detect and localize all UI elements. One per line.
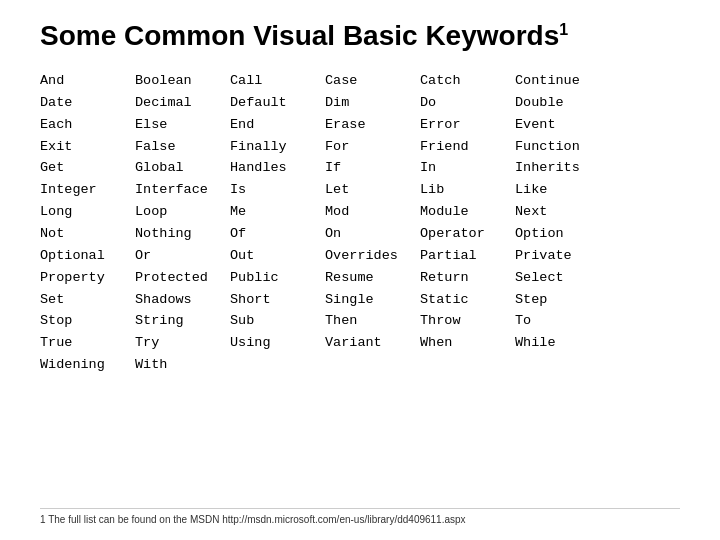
- keyword-item: Let: [325, 179, 420, 201]
- keyword-item: On: [325, 223, 420, 245]
- keyword-item: Error: [420, 114, 515, 136]
- keyword-item: Loop: [135, 201, 230, 223]
- keyword-item: Resume: [325, 267, 420, 289]
- keyword-item: Throw: [420, 310, 515, 332]
- keyword-item: Default: [230, 92, 325, 114]
- keyword-item: Optional: [40, 245, 135, 267]
- title-superscript: 1: [559, 21, 568, 38]
- keyword-item: Handles: [230, 157, 325, 179]
- keyword-item: Mod: [325, 201, 420, 223]
- keyword-column-4: CaseDimEraseForIfLetModOnOverridesResume…: [325, 70, 420, 498]
- keyword-item: False: [135, 136, 230, 158]
- keyword-item: Static: [420, 289, 515, 311]
- keyword-item: Of: [230, 223, 325, 245]
- keyword-item: Boolean: [135, 70, 230, 92]
- keyword-item: Property: [40, 267, 135, 289]
- keyword-item: Stop: [40, 310, 135, 332]
- keyword-item: In: [420, 157, 515, 179]
- keyword-item: String: [135, 310, 230, 332]
- keyword-item: Operator: [420, 223, 515, 245]
- keyword-item: True: [40, 332, 135, 354]
- keyword-item: Case: [325, 70, 420, 92]
- keyword-item: Catch: [420, 70, 515, 92]
- keyword-column-5: CatchDoErrorFriendInLibModuleOperatorPar…: [420, 70, 515, 498]
- keyword-item: To: [515, 310, 610, 332]
- keyword-item: Inherits: [515, 157, 610, 179]
- keyword-item: Widening: [40, 354, 135, 376]
- keyword-item: Using: [230, 332, 325, 354]
- keyword-item: Function: [515, 136, 610, 158]
- keyword-item: Each: [40, 114, 135, 136]
- keyword-item: Short: [230, 289, 325, 311]
- keyword-item: Protected: [135, 267, 230, 289]
- footer-note: 1 The full list can be found on the MSDN…: [40, 508, 680, 525]
- keyword-item: Call: [230, 70, 325, 92]
- keyword-item: Private: [515, 245, 610, 267]
- page: Some Common Visual Basic Keywords1 AndDa…: [0, 0, 720, 540]
- keyword-item: Single: [325, 289, 420, 311]
- keyword-item: Out: [230, 245, 325, 267]
- keyword-item: Not: [40, 223, 135, 245]
- keyword-item: Like: [515, 179, 610, 201]
- keyword-column-1: AndDateEachExitGetIntegerLongNotOptional…: [40, 70, 135, 498]
- keyword-item: Public: [230, 267, 325, 289]
- keyword-item: Or: [135, 245, 230, 267]
- keyword-item: While: [515, 332, 610, 354]
- keyword-item: Next: [515, 201, 610, 223]
- keywords-table: AndDateEachExitGetIntegerLongNotOptional…: [40, 70, 680, 498]
- keyword-column-2: BooleanDecimalElseFalseGlobalInterfaceLo…: [135, 70, 230, 498]
- keyword-item: Integer: [40, 179, 135, 201]
- keyword-item: Double: [515, 92, 610, 114]
- keyword-item: Overrides: [325, 245, 420, 267]
- keyword-item: Sub: [230, 310, 325, 332]
- keyword-item: Exit: [40, 136, 135, 158]
- keyword-item: Set: [40, 289, 135, 311]
- keyword-item: Do: [420, 92, 515, 114]
- keyword-item: Decimal: [135, 92, 230, 114]
- keyword-item: For: [325, 136, 420, 158]
- keyword-item: Global: [135, 157, 230, 179]
- keyword-item: Continue: [515, 70, 610, 92]
- keyword-item: And: [40, 70, 135, 92]
- keyword-item: Long: [40, 201, 135, 223]
- keyword-item: Select: [515, 267, 610, 289]
- keyword-item: Nothing: [135, 223, 230, 245]
- keyword-column-6: ContinueDoubleEventFunctionInheritsLikeN…: [515, 70, 610, 498]
- keyword-item: Partial: [420, 245, 515, 267]
- keyword-item: Step: [515, 289, 610, 311]
- keyword-item: Finally: [230, 136, 325, 158]
- keyword-item: Variant: [325, 332, 420, 354]
- keyword-item: Get: [40, 157, 135, 179]
- keyword-item: Date: [40, 92, 135, 114]
- keyword-item: Return: [420, 267, 515, 289]
- keyword-item: Me: [230, 201, 325, 223]
- keyword-item: Erase: [325, 114, 420, 136]
- keyword-item: Interface: [135, 179, 230, 201]
- keyword-item: With: [135, 354, 230, 376]
- keyword-item: Else: [135, 114, 230, 136]
- page-title: Some Common Visual Basic Keywords1: [40, 20, 680, 52]
- keyword-column-3: CallDefaultEndFinallyHandlesIsMeOfOutPub…: [230, 70, 325, 498]
- keyword-item: Try: [135, 332, 230, 354]
- keyword-item: Event: [515, 114, 610, 136]
- keyword-item: When: [420, 332, 515, 354]
- keyword-item: Shadows: [135, 289, 230, 311]
- keyword-item: End: [230, 114, 325, 136]
- keyword-item: Dim: [325, 92, 420, 114]
- title-text: Some Common Visual Basic Keywords: [40, 20, 559, 51]
- keyword-item: Module: [420, 201, 515, 223]
- keyword-item: Is: [230, 179, 325, 201]
- keyword-item: Lib: [420, 179, 515, 201]
- keyword-item: If: [325, 157, 420, 179]
- keyword-item: Then: [325, 310, 420, 332]
- keyword-item: Friend: [420, 136, 515, 158]
- keyword-item: Option: [515, 223, 610, 245]
